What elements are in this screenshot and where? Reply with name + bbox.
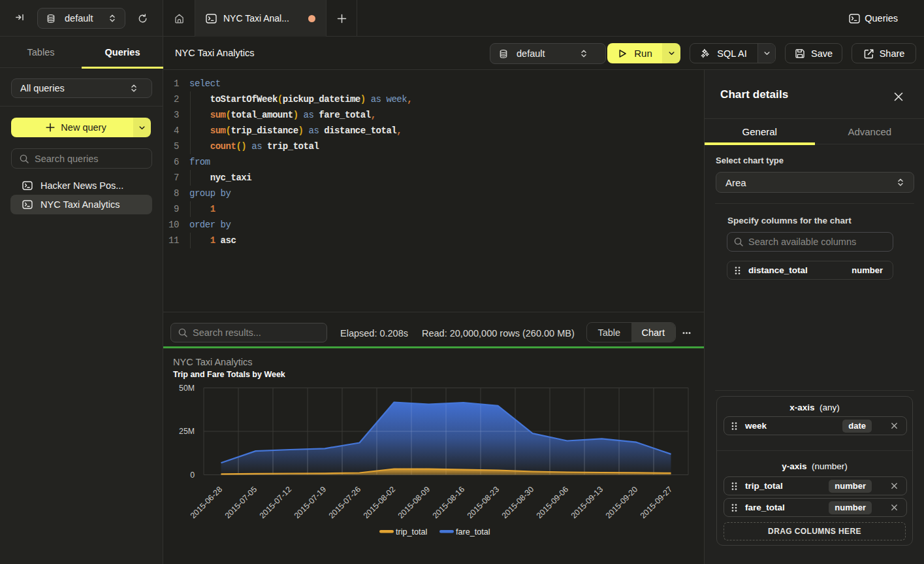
svg-text:2015-07-05: 2015-07-05 — [223, 485, 259, 520]
svg-text:2015-07-12: 2015-07-12 — [258, 485, 293, 520]
svg-text:2015-08-02: 2015-08-02 — [362, 485, 397, 520]
svg-text:2015-08-09: 2015-08-09 — [396, 485, 432, 520]
svg-text:25M: 25M — [179, 427, 195, 436]
svg-text:2015-07-19: 2015-07-19 — [293, 485, 328, 520]
svg-text:2015-07-26: 2015-07-26 — [327, 485, 362, 520]
svg-text:2015-08-16: 2015-08-16 — [431, 485, 466, 520]
svg-text:2015-09-27: 2015-09-27 — [639, 485, 674, 520]
svg-text:2015-06-28: 2015-06-28 — [189, 485, 224, 520]
svg-text:2015-09-06: 2015-09-06 — [535, 485, 570, 520]
svg-text:2015-09-13: 2015-09-13 — [569, 485, 605, 520]
svg-text:trip_total: trip_total — [396, 527, 427, 537]
svg-text:2015-09-20: 2015-09-20 — [604, 485, 639, 520]
svg-text:0: 0 — [190, 471, 195, 480]
svg-text:fare_total: fare_total — [456, 527, 490, 537]
svg-text:2015-08-23: 2015-08-23 — [466, 485, 501, 520]
svg-text:2015-08-30: 2015-08-30 — [500, 485, 535, 520]
svg-text:50M: 50M — [179, 384, 195, 393]
